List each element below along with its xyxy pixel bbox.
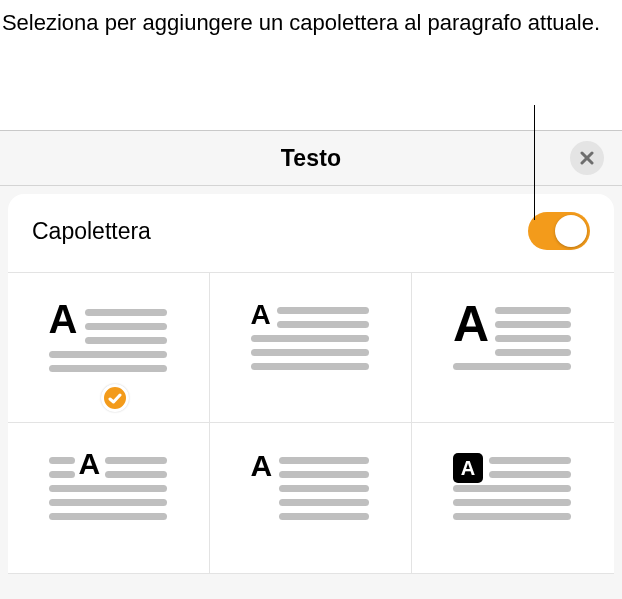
letter-a-icon: A bbox=[49, 297, 78, 342]
panel-title: Testo bbox=[281, 145, 342, 172]
panel-header: Testo bbox=[0, 131, 622, 186]
dropcap-style-icon: A bbox=[251, 303, 371, 393]
boxed-letter-icon: A bbox=[453, 453, 483, 483]
dropcap-style-option-5[interactable]: A bbox=[210, 423, 412, 573]
dropcap-toggle[interactable] bbox=[528, 212, 590, 250]
letter-a-icon: A bbox=[251, 449, 273, 483]
letter-a-icon: A bbox=[79, 447, 101, 481]
toggle-knob bbox=[555, 215, 587, 247]
dropcap-label: Capolettera bbox=[32, 218, 151, 245]
dropcap-style-icon: A bbox=[49, 303, 169, 393]
close-button[interactable] bbox=[570, 141, 604, 175]
dropcap-style-grid: A A A bbox=[8, 273, 614, 574]
letter-a-icon: A bbox=[251, 299, 271, 331]
dropcap-style-icon: A bbox=[453, 453, 573, 543]
dropcap-style-option-2[interactable]: A bbox=[210, 273, 412, 423]
dropcap-style-option-4[interactable]: A bbox=[8, 423, 210, 573]
callout-leader-line bbox=[534, 105, 535, 220]
callout-text: Seleziona per aggiungere un capolettera … bbox=[2, 8, 600, 38]
dropcap-row: Capolettera bbox=[8, 194, 614, 273]
dropcap-style-icon: A bbox=[251, 453, 371, 543]
dropcap-style-option-1[interactable]: A bbox=[8, 273, 210, 423]
dropcap-style-option-3[interactable]: A bbox=[412, 273, 614, 423]
close-icon bbox=[580, 151, 594, 165]
selected-checkmark-icon bbox=[101, 384, 129, 412]
panel-body: Capolettera A A bbox=[8, 194, 614, 574]
dropcap-style-icon: A bbox=[453, 303, 573, 393]
text-format-panel: Testo Capolettera A bbox=[0, 130, 622, 599]
letter-a-icon: A bbox=[453, 295, 489, 353]
dropcap-style-icon: A bbox=[49, 453, 169, 543]
dropcap-style-option-6[interactable]: A bbox=[412, 423, 614, 573]
